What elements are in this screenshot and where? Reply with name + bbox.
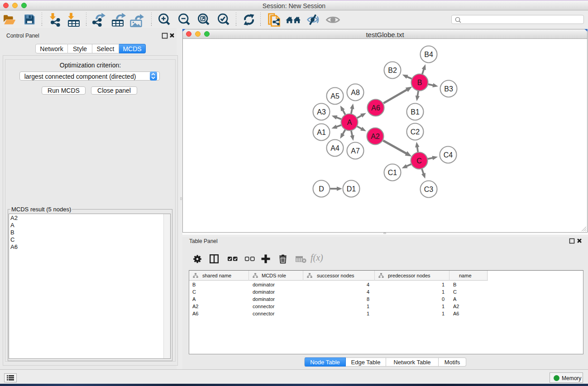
svg-text:A: A (347, 118, 352, 126)
svg-text:A7: A7 (351, 147, 360, 154)
svg-text:B: B (417, 78, 422, 86)
svg-text:A3: A3 (317, 108, 326, 115)
svg-text:C: C (416, 157, 422, 164)
svg-text:B2: B2 (388, 66, 397, 74)
svg-text:A2: A2 (371, 132, 380, 140)
svg-text:D1: D1 (347, 185, 356, 192)
svg-text:C4: C4 (444, 151, 453, 158)
svg-text:B4: B4 (424, 50, 433, 58)
svg-text:C1: C1 (388, 168, 397, 176)
svg-text:A1: A1 (317, 128, 326, 136)
svg-text:A6: A6 (371, 104, 380, 111)
svg-text:B1: B1 (411, 108, 420, 115)
svg-text:A8: A8 (351, 88, 360, 96)
svg-text:C2: C2 (411, 128, 420, 135)
svg-text:A4: A4 (330, 144, 339, 152)
svg-text:B3: B3 (444, 85, 453, 92)
svg-text:C3: C3 (424, 185, 434, 193)
svg-text:A5: A5 (330, 92, 339, 100)
svg-text:D: D (319, 185, 324, 192)
